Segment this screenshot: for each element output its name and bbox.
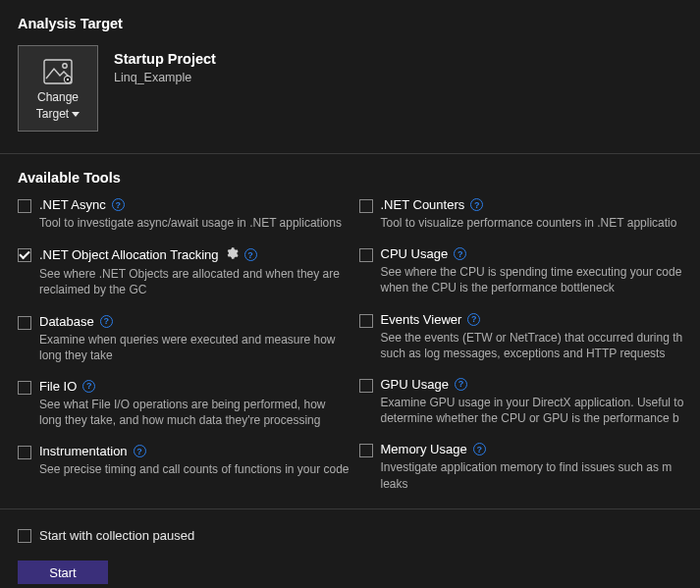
info-icon[interactable]: [473, 443, 486, 455]
tool-head: CPU Usage: [381, 246, 691, 261]
start-paused-row: Start with collection paused: [18, 527, 700, 561]
tool-name: .NET Async: [39, 197, 106, 212]
tool-body: .NET AsyncTool to investigate async/awai…: [39, 197, 342, 231]
tool-description: Investigate application memory to find i…: [381, 459, 691, 491]
tool-body: .NET Object Allocation TrackingSee where…: [39, 246, 350, 297]
info-icon[interactable]: [100, 315, 113, 328]
info-icon[interactable]: [244, 248, 257, 261]
tool-checkbox[interactable]: [359, 379, 373, 393]
tool-checkbox[interactable]: [359, 444, 373, 457]
bottom-bar: Start with collection paused Start: [0, 508, 700, 584]
tool-description: See where the CPU is spending time execu…: [381, 264, 691, 295]
tool-item: CPU UsageSee where the CPU is spending t…: [359, 246, 691, 295]
tool-checkbox[interactable]: [359, 314, 373, 328]
info-icon[interactable]: [455, 378, 467, 391]
tool-body: .NET CountersTool to visualize performan…: [381, 197, 677, 231]
tool-checkbox[interactable]: [18, 248, 31, 262]
tool-item: .NET AsyncTool to investigate async/awai…: [18, 197, 350, 231]
tool-settings-button[interactable]: [225, 246, 239, 263]
tool-item: InstrumentationSee precise timing and ca…: [18, 444, 350, 477]
tool-name: .NET Counters: [381, 197, 465, 212]
change-target-image-icon: [37, 56, 79, 87]
tool-name: Events Viewer: [381, 312, 462, 327]
tool-head: Database: [39, 314, 350, 329]
change-target-button[interactable]: Change Target: [18, 45, 98, 132]
tools-right-column: .NET CountersTool to visualize performan…: [359, 197, 701, 492]
tool-description: Examine when queries were executed and m…: [39, 332, 350, 363]
divider: [0, 508, 700, 509]
change-target-label-line2-row: Target: [36, 107, 80, 121]
tool-head: Instrumentation: [39, 444, 350, 458]
target-subtitle: Linq_Example: [114, 67, 216, 84]
tool-body: Memory UsageInvestigate application memo…: [381, 442, 691, 491]
svg-point-3: [67, 79, 69, 80]
target-title: Startup Project: [114, 51, 216, 67]
info-icon[interactable]: [112, 198, 125, 211]
tool-head: Memory Usage: [381, 442, 691, 456]
tool-item: .NET Object Allocation TrackingSee where…: [18, 246, 350, 297]
available-tools-heading: Available Tools: [18, 170, 700, 186]
target-info: Startup Project Linq_Example: [98, 45, 216, 132]
svg-point-1: [63, 64, 67, 68]
tool-checkbox[interactable]: [359, 199, 373, 213]
tool-name: File IO: [39, 379, 77, 394]
tool-body: File IOSee what File I/O operations are …: [39, 379, 350, 428]
change-target-label-line2: Target: [36, 107, 69, 121]
tool-body: CPU UsageSee where the CPU is spending t…: [381, 246, 691, 295]
tool-description: Tool to visualize performance counters i…: [381, 215, 677, 231]
info-icon[interactable]: [467, 313, 480, 326]
tool-item: Memory UsageInvestigate application memo…: [359, 442, 691, 491]
tool-name: .NET Object Allocation Tracking: [39, 247, 219, 262]
tool-body: DatabaseExamine when queries were execut…: [39, 314, 350, 363]
info-icon[interactable]: [134, 445, 146, 457]
tool-head: File IO: [39, 379, 350, 394]
tool-name: Memory Usage: [381, 442, 467, 456]
analysis-target-section: Analysis Target Change Target Startup Pr…: [0, 0, 700, 132]
available-tools-section: Available Tools .NET AsyncTool to invest…: [0, 154, 700, 492]
tool-item: Events ViewerSee the events (ETW or NetT…: [359, 312, 691, 361]
change-target-label-line1: Change: [37, 90, 79, 104]
tool-description: See what File I/O operations are being p…: [39, 397, 350, 428]
tool-checkbox[interactable]: [18, 316, 31, 330]
analysis-target-row: Change Target Startup Project Linq_Examp…: [18, 31, 700, 132]
tool-body: InstrumentationSee precise timing and ca…: [39, 444, 350, 477]
tool-description: Examine GPU usage in your DirectX applic…: [381, 395, 691, 426]
tool-body: GPU UsageExamine GPU usage in your Direc…: [381, 377, 691, 426]
tool-checkbox[interactable]: [18, 199, 31, 213]
info-icon[interactable]: [454, 247, 466, 260]
tool-name: Database: [39, 314, 94, 329]
tool-body: Events ViewerSee the events (ETW or NetT…: [381, 312, 691, 361]
tool-checkbox[interactable]: [359, 248, 373, 262]
tool-head: .NET Object Allocation Tracking: [39, 246, 350, 263]
info-icon[interactable]: [470, 198, 483, 211]
start-button[interactable]: Start: [18, 561, 108, 584]
tool-checkbox[interactable]: [18, 381, 31, 395]
gear-icon[interactable]: [225, 246, 239, 260]
start-paused-label: Start with collection paused: [39, 528, 194, 543]
tool-head: .NET Counters: [381, 197, 677, 212]
tool-checkbox[interactable]: [18, 446, 31, 459]
analysis-target-heading: Analysis Target: [18, 16, 700, 31]
tool-name: CPU Usage: [381, 246, 449, 261]
tool-item: .NET CountersTool to visualize performan…: [359, 197, 691, 231]
tool-item: GPU UsageExamine GPU usage in your Direc…: [359, 377, 691, 426]
chevron-down-icon: [72, 112, 80, 117]
tool-description: See precise timing and call counts of fu…: [39, 461, 350, 477]
tool-head: Events Viewer: [381, 312, 691, 327]
tool-head: GPU Usage: [381, 377, 691, 392]
start-button-label: Start: [49, 565, 76, 580]
tool-description: See where .NET Objects are allocated and…: [39, 266, 350, 297]
tool-item: File IOSee what File I/O operations are …: [18, 379, 350, 428]
tool-description: Tool to investigate async/await usage in…: [39, 215, 342, 231]
tool-description: See the events (ETW or NetTrace) that oc…: [381, 330, 691, 361]
tool-head: .NET Async: [39, 197, 342, 212]
start-paused-checkbox[interactable]: [18, 529, 31, 543]
tool-item: DatabaseExamine when queries were execut…: [18, 314, 350, 363]
tool-name: Instrumentation: [39, 444, 128, 458]
tools-left-column: .NET AsyncTool to investigate async/awai…: [18, 197, 359, 492]
tool-name: GPU Usage: [381, 377, 449, 392]
info-icon[interactable]: [82, 380, 95, 393]
tools-grid: .NET AsyncTool to investigate async/awai…: [18, 186, 700, 492]
